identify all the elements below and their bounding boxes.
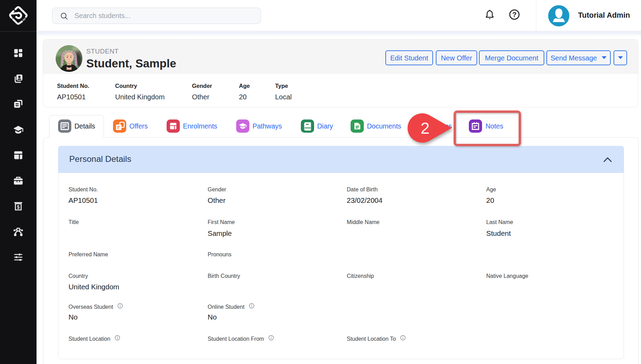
- svg-text:$: $: [17, 204, 20, 210]
- svg-text:2: 2: [420, 119, 430, 137]
- svg-text:?: ?: [512, 11, 516, 18]
